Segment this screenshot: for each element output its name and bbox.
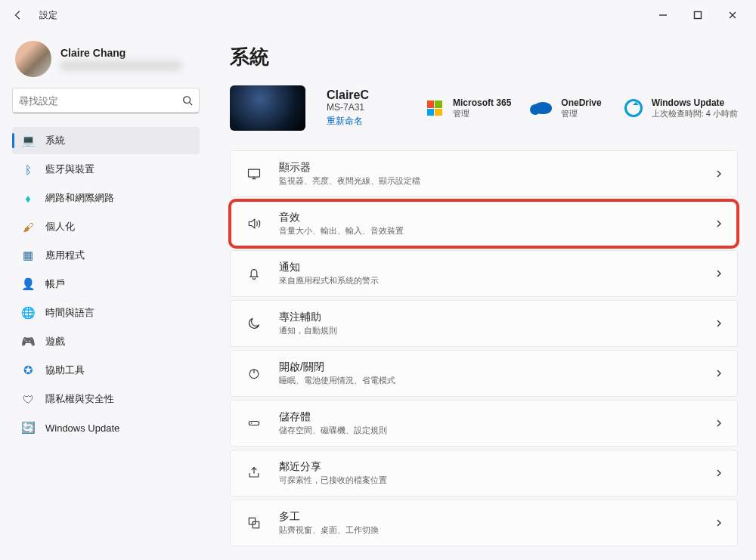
search-box[interactable]	[12, 88, 200, 113]
svg-rect-6	[249, 518, 255, 524]
card-title: 多工	[279, 510, 379, 524]
card-subtitle: 儲存空間、磁碟機、設定規則	[279, 425, 387, 436]
card-title: 顯示器	[279, 161, 420, 175]
card-title: 音效	[279, 211, 404, 224]
sidebar-item-label: 藍牙與裝置	[45, 162, 94, 176]
back-button[interactable]	[6, 3, 30, 27]
settings-card-power[interactable]: 開啟/關閉睡眠、電池使用情況、省電模式	[230, 350, 738, 397]
svg-point-5	[251, 422, 253, 424]
sidebar-item-label: Windows Update	[45, 422, 119, 434]
sidebar-item-time[interactable]: 🌐時間與語言	[12, 299, 200, 326]
sidebar-item-label: 時間與語言	[45, 306, 94, 320]
minimize-button[interactable]	[646, 3, 680, 27]
sidebar-item-label: 網路和網際網路	[45, 191, 114, 205]
accounts-icon: 👤	[21, 277, 35, 291]
close-button[interactable]	[715, 3, 750, 27]
maximize-button[interactable]	[680, 3, 715, 27]
network-icon: ♦	[21, 191, 35, 205]
settings-card-share[interactable]: 鄰近分享可探索性，已接收的檔案位置	[230, 450, 738, 497]
device-model: MS-7A31	[327, 102, 369, 113]
chevron-right-icon	[714, 419, 723, 428]
svg-rect-4	[249, 422, 259, 425]
status-onedrive[interactable]: OneDrive管理	[532, 97, 601, 119]
avatar	[15, 41, 51, 77]
access-icon: ✪	[21, 364, 35, 377]
card-title: 開啟/關閉	[279, 360, 395, 374]
pc-wallpaper-thumb[interactable]	[230, 85, 305, 131]
sidebar-item-personal[interactable]: 🖌個人化	[12, 213, 200, 240]
sidebar-item-access[interactable]: ✪協助工具	[12, 357, 200, 384]
chevron-right-icon	[714, 319, 723, 328]
status-windows-update[interactable]: Windows Update上次檢查時間: 4 小時前	[623, 97, 738, 119]
svg-rect-2	[249, 169, 260, 177]
settings-card-notify[interactable]: 通知來自應用程式和系統的警示	[230, 250, 738, 297]
search-input[interactable]	[19, 95, 182, 107]
sidebar-item-bluetooth[interactable]: ᛒ藍牙與裝置	[12, 156, 200, 183]
windows-update-icon	[623, 97, 644, 119]
rename-link[interactable]: 重新命名	[327, 115, 369, 128]
sidebar-item-privacy[interactable]: 🛡隱私權與安全性	[12, 385, 200, 413]
profile-block[interactable]: Claire Chang	[12, 36, 200, 88]
svg-rect-0	[695, 12, 702, 19]
profile-name: Claire Chang	[60, 47, 181, 59]
card-title: 專注輔助	[279, 311, 337, 324]
sidebar-item-system[interactable]: 💻系統	[12, 127, 200, 154]
settings-card-sound[interactable]: 音效音量大小、輸出、輸入、音效裝置	[230, 200, 738, 247]
sidebar-item-accounts[interactable]: 👤帳戶	[12, 271, 200, 298]
personal-icon: 🖌	[21, 220, 35, 234]
share-icon	[244, 466, 264, 481]
card-subtitle: 音量大小、輸出、輸入、音效裝置	[279, 225, 404, 237]
gaming-icon: 🎮	[21, 335, 35, 348]
sidebar-item-label: 系統	[45, 134, 65, 147]
sidebar-item-network[interactable]: ♦網路和網際網路	[12, 184, 200, 212]
device-name: ClaireC	[327, 88, 369, 102]
card-title: 通知	[279, 261, 379, 274]
sound-icon	[244, 216, 264, 231]
chevron-right-icon	[714, 169, 723, 178]
sidebar-item-label: 個人化	[45, 220, 75, 234]
card-subtitle: 可探索性，已接收的檔案位置	[279, 475, 387, 486]
moon-icon	[244, 316, 264, 331]
settings-card-focus[interactable]: 專注輔助通知，自動規則	[230, 300, 738, 347]
privacy-icon: 🛡	[21, 392, 35, 406]
storage-icon	[244, 416, 264, 431]
profile-email-redacted	[60, 60, 181, 71]
card-subtitle: 貼齊視窗、桌面、工作切換	[279, 524, 379, 536]
multi-icon	[244, 515, 264, 531]
sidebar-item-label: 隱私權與安全性	[45, 392, 114, 406]
system-icon: 💻	[21, 134, 35, 147]
svg-point-1	[184, 97, 191, 104]
sidebar-item-label: 協助工具	[45, 364, 85, 377]
settings-card-storage[interactable]: 儲存體儲存空間、磁碟機、設定規則	[230, 400, 738, 447]
onedrive-icon	[532, 97, 553, 119]
card-subtitle: 通知，自動規則	[279, 325, 337, 336]
apps-icon: ▦	[21, 249, 35, 262]
svg-rect-7	[253, 521, 259, 528]
sidebar-item-apps[interactable]: ▦應用程式	[12, 242, 200, 269]
chevron-right-icon	[714, 219, 723, 228]
update-icon: 🔄	[21, 421, 35, 435]
power-icon	[244, 366, 264, 381]
sidebar-item-label: 應用程式	[45, 249, 85, 262]
time-icon: 🌐	[21, 306, 35, 320]
status-m365[interactable]: Microsoft 365管理	[424, 97, 511, 119]
chevron-right-icon	[714, 369, 723, 378]
card-subtitle: 監視器、亮度、夜間光線、顯示設定檔	[279, 175, 420, 187]
card-subtitle: 睡眠、電池使用情況、省電模式	[279, 375, 395, 386]
sidebar-item-update[interactable]: 🔄Windows Update	[12, 414, 200, 441]
monitor-icon	[244, 166, 264, 181]
microsoft-logo-icon	[424, 97, 445, 119]
chevron-right-icon	[714, 518, 723, 528]
page-title: 系統	[230, 44, 738, 70]
settings-card-display[interactable]: 顯示器監視器、亮度、夜間光線、顯示設定檔	[230, 150, 738, 197]
bell-icon	[244, 266, 264, 281]
sidebar-item-gaming[interactable]: 🎮遊戲	[12, 328, 200, 355]
sidebar-item-label: 遊戲	[45, 335, 65, 348]
chevron-right-icon	[714, 469, 723, 478]
settings-card-multi[interactable]: 多工貼齊視窗、桌面、工作切換	[230, 500, 738, 546]
window-title: 設定	[39, 9, 57, 22]
sidebar-item-label: 帳戶	[45, 277, 65, 291]
card-subtitle: 來自應用程式和系統的警示	[279, 275, 379, 286]
card-title: 鄰近分享	[279, 460, 387, 474]
search-icon	[182, 95, 193, 106]
